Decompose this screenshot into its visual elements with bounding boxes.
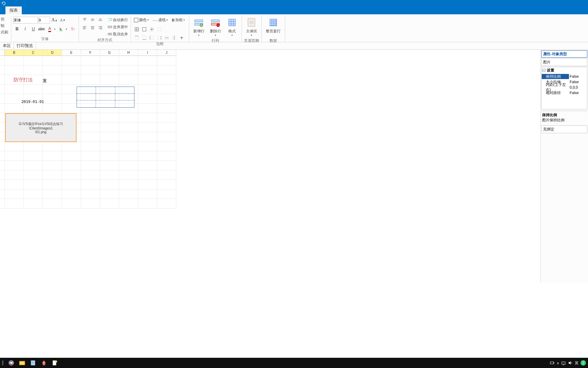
grid-cell[interactable] (138, 85, 157, 94)
underline-icon[interactable]: U (30, 26, 37, 32)
grid-cell[interactable] (24, 180, 43, 189)
grid-cell[interactable] (100, 56, 119, 65)
grid-cell[interactable] (43, 56, 62, 65)
font-color-icon[interactable]: A (46, 26, 53, 32)
subtab-main-area[interactable]: 本区 (0, 42, 14, 50)
merge-center-button[interactable]: 合并居中 (107, 24, 129, 30)
volume-icon[interactable] (568, 361, 573, 365)
grid-cell[interactable] (138, 199, 157, 209)
grid-cell[interactable] (5, 151, 24, 161)
start-stub[interactable] (2, 361, 3, 365)
grid-cell[interactable] (24, 199, 43, 209)
property-value[interactable]: False (569, 91, 587, 95)
grid-cell[interactable] (62, 75, 81, 85)
column-header-J[interactable]: J (157, 50, 176, 56)
align-middle-icon[interactable] (89, 16, 96, 23)
grid-cell[interactable] (81, 142, 100, 151)
column-header-D[interactable]: D (43, 50, 62, 56)
grid-cell[interactable] (157, 113, 176, 123)
property-row[interactable]: 相对路径False (542, 90, 587, 95)
grid-cell[interactable] (157, 180, 176, 189)
grid-cell[interactable] (138, 123, 157, 132)
border-dash-button[interactable]: ---虚线▾ (152, 17, 170, 24)
copy-button[interactable]: 制 (0, 23, 9, 29)
grid-cell[interactable] (100, 170, 119, 180)
grid-cell[interactable] (100, 199, 119, 209)
image-object[interactable]: G:\VS项目\Fox与VS结合练习\Client\Images1 \01.pn… (5, 113, 77, 142)
grid-cell[interactable] (157, 199, 176, 209)
subtab-print-preview[interactable]: 打印预览 (14, 42, 36, 50)
inner-table[interactable] (77, 87, 134, 108)
grid-cell[interactable] (119, 189, 138, 199)
grid-cell[interactable] (81, 65, 100, 75)
wrap-text-button[interactable]: 自动换行 (107, 16, 129, 23)
grid-cell[interactable] (157, 94, 176, 104)
grid-cell[interactable] (119, 75, 138, 85)
grid-cell[interactable] (62, 56, 81, 65)
grid-cell[interactable] (81, 132, 100, 142)
column-header-G[interactable]: G (100, 50, 119, 56)
border-add-icon[interactable]: + (178, 34, 185, 41)
grid-cell[interactable] (5, 189, 24, 199)
grid-cell[interactable] (5, 104, 24, 113)
property-row[interactable]: 内距(上下左右)0,0,0 (542, 85, 587, 90)
tray-chevron-icon[interactable]: ∧ (557, 361, 559, 365)
strikethrough-icon[interactable]: abc (38, 26, 45, 32)
binding-select[interactable]: 无绑定 (541, 125, 587, 133)
grid-cell[interactable] (119, 123, 138, 132)
grid-cell[interactable] (43, 142, 62, 151)
tab-report[interactable]: 报表 (5, 6, 22, 14)
property-row[interactable]: 保持比例False (542, 74, 587, 79)
refresh-icon[interactable] (1, 1, 6, 6)
grid-cell[interactable] (100, 113, 119, 123)
page-print-button[interactable]: 整页套打 (264, 16, 283, 38)
grid-cell[interactable] (100, 161, 119, 170)
delete-row-button[interactable]: 删除行▾ (208, 16, 223, 38)
grid-cell[interactable] (81, 56, 100, 65)
grid-cell[interactable] (138, 113, 157, 123)
grid-cell[interactable] (157, 142, 176, 151)
border-right-icon[interactable] (156, 34, 163, 41)
grid-cell[interactable] (100, 132, 119, 142)
grid-cell[interactable] (138, 189, 157, 199)
battery-icon[interactable] (550, 361, 555, 365)
grid-cell[interactable] (100, 123, 119, 132)
grid-cell[interactable] (157, 132, 176, 142)
font-color-dropdown[interactable]: ▾ (54, 28, 57, 31)
grid-cell[interactable] (24, 189, 43, 199)
bold-icon[interactable]: B (13, 26, 21, 32)
grid-cell[interactable] (119, 199, 138, 209)
grid-cell[interactable] (100, 75, 119, 85)
grid-cell[interactable] (24, 142, 43, 151)
grid-cell[interactable] (138, 151, 157, 161)
grid-cell[interactable] (24, 104, 43, 113)
grid-cell[interactable] (5, 56, 24, 65)
grid-cell[interactable] (62, 189, 81, 199)
grid-cell[interactable] (157, 161, 176, 170)
sheet-body[interactable]: 防守打法发2019-01-01 G:\VS项目\Fox与VS结合练习\Clien… (0, 56, 435, 209)
border-color-button[interactable]: 颜色▾ (133, 17, 151, 24)
grid-cell[interactable] (5, 85, 24, 94)
grid-cell[interactable] (157, 151, 176, 161)
grid-cell[interactable] (119, 132, 138, 142)
grid-cell[interactable] (43, 85, 62, 94)
grid-cell[interactable] (24, 161, 43, 170)
clear-format-icon[interactable]: Tx (69, 26, 77, 32)
grid-cell[interactable] (81, 170, 100, 180)
grid-cell[interactable] (5, 199, 24, 209)
grid-cell[interactable] (5, 170, 24, 180)
notification-badge[interactable]: 2 (581, 360, 586, 366)
align-bottom-icon[interactable] (97, 16, 104, 23)
border-vmid-icon[interactable] (170, 34, 178, 41)
border-bottom-icon[interactable] (141, 34, 148, 41)
grid-cell[interactable] (157, 123, 176, 132)
column-header-F[interactable]: F (81, 50, 100, 56)
grid-cell[interactable] (138, 142, 157, 151)
grid-cell[interactable] (157, 75, 176, 85)
column-header-B[interactable]: B (5, 50, 24, 56)
grid-cell[interactable] (81, 123, 100, 132)
add-row-button[interactable]: 新增行▾ (191, 16, 207, 38)
grid-cell[interactable] (157, 189, 176, 199)
grid-cell[interactable] (81, 113, 100, 123)
column-header-H[interactable]: H (119, 50, 138, 56)
